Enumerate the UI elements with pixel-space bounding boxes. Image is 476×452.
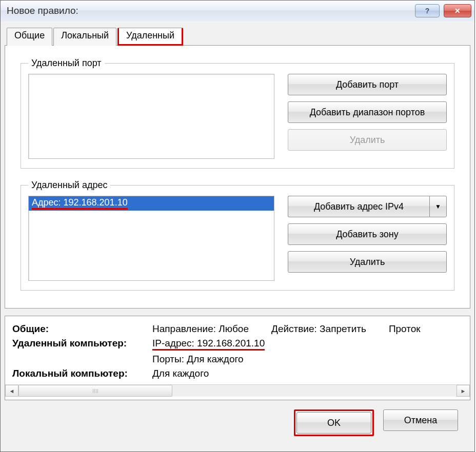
summary-action-value: Запретить (320, 323, 366, 334)
summary-action-label: Действие: (271, 323, 317, 334)
chevron-down-icon: ▼ (435, 203, 441, 210)
window-buttons: ? ✕ (415, 4, 471, 17)
summary-general-label: Общие: (12, 323, 148, 335)
tab-general[interactable]: Общие (7, 28, 52, 46)
horizontal-scrollbar[interactable]: ◄ ► (5, 384, 470, 397)
delete-port-button: Удалить (288, 129, 447, 151)
tab-panel-remote: Удаленный порт Добавить порт Добавить ди… (5, 45, 470, 309)
chevron-left-icon: ◄ (9, 388, 15, 394)
summary-row-remote-ip: Удаленный компьютер: IP-адрес: 192.168.2… (12, 338, 463, 351)
summary-row-remote-ports: Порты: Для каждого (12, 354, 463, 365)
scrollbar-track[interactable] (18, 385, 457, 397)
ok-button[interactable]: OK (296, 412, 371, 434)
summary-row-general: Общие: Направление: Любое Действие: Запр… (12, 323, 463, 335)
tab-local[interactable]: Локальный (53, 28, 116, 46)
add-ipv4-button[interactable]: Добавить адрес IPv4 (288, 196, 429, 217)
summary-remote-pc-ip: IP-адрес: 192.168.201.10 (152, 338, 265, 351)
summary-direction-value: Любое (219, 323, 249, 334)
summary-local-pc-value: Для каждого (152, 368, 209, 379)
tab-strip: Общие Локальный Удаленный (7, 27, 470, 45)
add-port-button[interactable]: Добавить порт (288, 74, 447, 95)
remote-port-list[interactable] (28, 74, 274, 159)
group-remote-port-legend: Удаленный порт (28, 58, 105, 69)
close-icon: ✕ (454, 7, 461, 15)
chevron-right-icon: ► (461, 388, 466, 394)
summary-body: Общие: Направление: Любое Действие: Запр… (5, 321, 470, 384)
remote-address-buttons: Добавить адрес IPv4 ▼ Добавить зону Удал… (288, 196, 447, 281)
tab-local-label: Локальный (61, 30, 109, 40)
dialog-window: Новое правило: ? ✕ Общие Локальный Удале… (0, 0, 475, 452)
address-item-text: Адрес: 192.168.201.10 (32, 197, 128, 210)
summary-remote-pc-label: Удаленный компьютер: (12, 338, 148, 351)
summary-direction: Направление: Любое (152, 323, 249, 335)
summary-protocol-label: Проток (389, 323, 421, 335)
remote-address-list[interactable]: Адрес: 192.168.201.10 (28, 196, 274, 281)
tab-remote[interactable]: Удаленный (117, 28, 183, 46)
scrollbar-thumb[interactable] (18, 385, 172, 397)
cancel-button[interactable]: Отмена (383, 409, 458, 431)
summary-remote-pc-ports: Порты: Для каждого (152, 354, 244, 365)
window-title: Новое правило: (7, 5, 415, 16)
summary-action: Действие: Запретить (271, 323, 366, 335)
add-ipv4-dropdown[interactable]: ▼ (429, 196, 447, 217)
tab-remote-label: Удаленный (126, 30, 174, 40)
group-remote-address-legend: Удаленный адрес (28, 180, 110, 191)
summary-spacer (12, 354, 148, 365)
scroll-left-button[interactable]: ◄ (5, 385, 18, 397)
add-zone-button[interactable]: Добавить зону (288, 223, 447, 245)
add-port-range-button[interactable]: Добавить диапазон портов (288, 101, 447, 123)
delete-address-button[interactable]: Удалить (288, 251, 447, 273)
title-bar: Новое правило: ? ✕ (1, 1, 474, 21)
tab-general-label: Общие (14, 30, 45, 40)
group-remote-port: Удаленный порт Добавить порт Добавить ди… (21, 58, 454, 169)
close-button[interactable]: ✕ (444, 4, 471, 17)
list-item[interactable]: Адрес: 192.168.201.10 (29, 196, 274, 211)
summary-panel: Общие: Направление: Любое Действие: Запр… (5, 316, 470, 400)
help-button[interactable]: ? (415, 4, 440, 17)
add-ipv4-split-button: Добавить адрес IPv4 ▼ (288, 196, 447, 217)
help-icon: ? (425, 7, 430, 15)
ok-highlight: OK (294, 409, 374, 436)
group-remote-address: Удаленный адрес Адрес: 192.168.201.10 До… (21, 180, 454, 291)
summary-direction-label: Направление: (152, 323, 216, 334)
remote-port-buttons: Добавить порт Добавить диапазон портов У… (288, 74, 447, 159)
summary-row-local: Локальный компьютер: Для каждого (12, 368, 463, 379)
content-area: Общие Локальный Удаленный Удаленный порт… (1, 21, 474, 451)
dialog-footer: OK Отмена (5, 400, 470, 436)
summary-local-pc-label: Локальный компьютер: (12, 368, 148, 379)
scroll-right-button[interactable]: ► (457, 385, 470, 397)
